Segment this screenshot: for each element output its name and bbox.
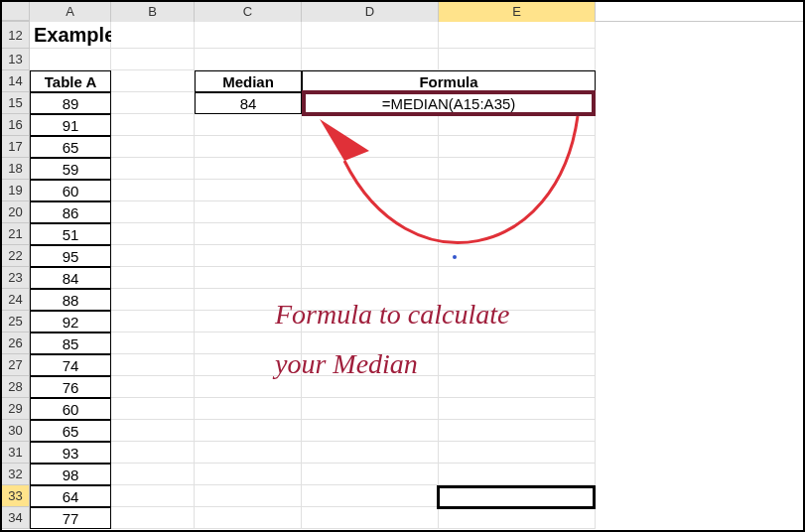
- cell-B30[interactable]: [111, 420, 195, 442]
- cell-A28[interactable]: 76: [30, 376, 111, 398]
- cell-E13[interactable]: [439, 49, 596, 70]
- cell-E32[interactable]: [439, 464, 596, 485]
- cell-B17[interactable]: [111, 136, 195, 158]
- cell-C22[interactable]: [195, 245, 302, 267]
- cell-C15-median-value[interactable]: 84: [195, 92, 302, 114]
- cell-A17[interactable]: 65: [30, 136, 111, 158]
- cell-A23[interactable]: 84: [30, 267, 111, 289]
- cell-B24[interactable]: [111, 289, 195, 311]
- cell-A30[interactable]: 65: [30, 420, 111, 442]
- cell-C34[interactable]: [195, 507, 302, 529]
- cell-E18[interactable]: [439, 158, 596, 180]
- cell-A14-table-a-header[interactable]: Table A: [30, 70, 111, 92]
- cell-E12[interactable]: [439, 22, 596, 49]
- cell-D15-formula-value[interactable]: =MEDIAN(A15:A35): [302, 92, 596, 114]
- cell-A21[interactable]: 51: [30, 223, 111, 245]
- cell-A26[interactable]: 85: [30, 332, 111, 354]
- cell-B12[interactable]: [111, 22, 195, 49]
- cell-C14-median-header[interactable]: Median: [195, 70, 302, 92]
- col-header-A[interactable]: A: [30, 2, 111, 22]
- cell-B14[interactable]: [111, 70, 195, 92]
- cell-E31[interactable]: [439, 442, 596, 464]
- cell-D30[interactable]: [302, 420, 439, 442]
- cell-E17[interactable]: [439, 136, 596, 158]
- cell-B25[interactable]: [111, 311, 195, 332]
- col-header-D[interactable]: D: [302, 2, 439, 22]
- cell-E16[interactable]: [439, 114, 596, 136]
- cell-A15[interactable]: 89: [30, 92, 111, 114]
- select-all-corner[interactable]: [2, 2, 30, 21]
- cell-C20[interactable]: [195, 201, 302, 223]
- cell-D31[interactable]: [302, 442, 439, 464]
- cell-B22[interactable]: [111, 245, 195, 267]
- row-header-33[interactable]: 33: [2, 485, 30, 507]
- cell-B28[interactable]: [111, 376, 195, 398]
- cell-A16[interactable]: 91: [30, 114, 111, 136]
- cell-C23[interactable]: [195, 267, 302, 289]
- cell-D23[interactable]: [302, 267, 439, 289]
- col-header-C[interactable]: C: [195, 2, 302, 22]
- cell-D33[interactable]: [302, 485, 439, 507]
- cell-B18[interactable]: [111, 158, 195, 180]
- row-header-20[interactable]: 20: [2, 201, 30, 223]
- row-header-27[interactable]: 27: [2, 354, 30, 376]
- row-header-13[interactable]: 13: [2, 49, 30, 70]
- cell-D29[interactable]: [302, 398, 439, 420]
- row-header-31[interactable]: 31: [2, 442, 30, 464]
- cell-E30[interactable]: [439, 420, 596, 442]
- cell-A24[interactable]: 88: [30, 289, 111, 311]
- cell-B31[interactable]: [111, 442, 195, 464]
- row-header-34[interactable]: 34: [2, 507, 30, 529]
- row-header-22[interactable]: 22: [2, 245, 30, 267]
- row-header-26[interactable]: 26: [2, 332, 30, 354]
- row-header-23[interactable]: 23: [2, 267, 30, 289]
- cell-C32[interactable]: [195, 464, 302, 485]
- cell-B15[interactable]: [111, 92, 195, 114]
- cell-C31[interactable]: [195, 442, 302, 464]
- cell-C21[interactable]: [195, 223, 302, 245]
- col-header-B[interactable]: B: [111, 2, 195, 22]
- cell-A19[interactable]: 60: [30, 180, 111, 201]
- cell-A25[interactable]: 92: [30, 311, 111, 332]
- cell-B34[interactable]: [111, 507, 195, 529]
- cell-B26[interactable]: [111, 332, 195, 354]
- row-header-24[interactable]: 24: [2, 289, 30, 311]
- cell-C16[interactable]: [195, 114, 302, 136]
- cell-D34[interactable]: [302, 507, 439, 529]
- row-header-29[interactable]: 29: [2, 398, 30, 420]
- row-header-17[interactable]: 17: [2, 136, 30, 158]
- cell-C29[interactable]: [195, 398, 302, 420]
- cell-A31[interactable]: 93: [30, 442, 111, 464]
- row-header-16[interactable]: 16: [2, 114, 30, 136]
- cell-D20[interactable]: [302, 201, 439, 223]
- cell-D14-formula-header[interactable]: Formula: [302, 70, 596, 92]
- cell-B20[interactable]: [111, 201, 195, 223]
- cell-B13[interactable]: [111, 49, 195, 70]
- cell-E33[interactable]: [439, 485, 596, 507]
- cell-A32[interactable]: 98: [30, 464, 111, 485]
- cell-B33[interactable]: [111, 485, 195, 507]
- cell-A18[interactable]: 59: [30, 158, 111, 180]
- row-header-28[interactable]: 28: [2, 376, 30, 398]
- cell-E19[interactable]: [439, 180, 596, 201]
- row-header-19[interactable]: 19: [2, 180, 30, 201]
- cell-D21[interactable]: [302, 223, 439, 245]
- cell-A29[interactable]: 60: [30, 398, 111, 420]
- cell-C19[interactable]: [195, 180, 302, 201]
- cell-D22[interactable]: [302, 245, 439, 267]
- cell-E21[interactable]: [439, 223, 596, 245]
- cell-C33[interactable]: [195, 485, 302, 507]
- cell-B32[interactable]: [111, 464, 195, 485]
- cell-D13[interactable]: [302, 49, 439, 70]
- cell-D19[interactable]: [302, 180, 439, 201]
- cell-D17[interactable]: [302, 136, 439, 158]
- row-header-14[interactable]: 14: [2, 70, 30, 92]
- cell-B16[interactable]: [111, 114, 195, 136]
- cell-A27[interactable]: 74: [30, 354, 111, 376]
- cell-E22[interactable]: [439, 245, 596, 267]
- row-header-18[interactable]: 18: [2, 158, 30, 180]
- cell-D12[interactable]: [302, 22, 439, 49]
- cell-B19[interactable]: [111, 180, 195, 201]
- row-header-30[interactable]: 30: [2, 420, 30, 442]
- cell-E23[interactable]: [439, 267, 596, 289]
